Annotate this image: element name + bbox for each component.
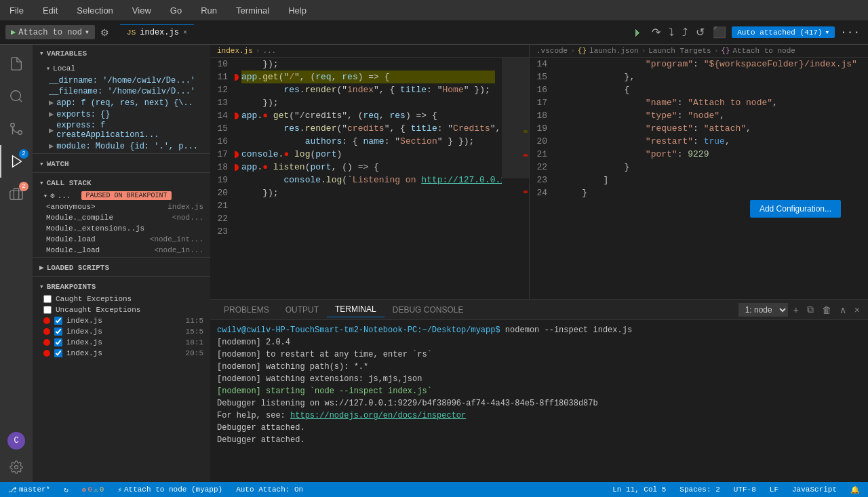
uncaught-exceptions-checkbox[interactable]: [43, 306, 52, 314]
step-out-button[interactable]: ⤴: [679, 24, 690, 41]
callstack-header[interactable]: ▾ CALL STACK: [33, 174, 210, 190]
tab-close-icon[interactable]: ×: [183, 29, 187, 37]
status-auto-attach[interactable]: Auto Attach: On: [233, 485, 306, 494]
bp-dot-3: [43, 350, 50, 357]
activity-search[interactable]: [0, 80, 33, 113]
avatar[interactable]: C: [7, 432, 25, 450]
stack-frame-1[interactable]: Module._compile <nod...: [33, 212, 210, 223]
right-code-content: "program": "${workspaceFolder}/index.js"…: [554, 58, 868, 299]
var-dirname[interactable]: __dirname: '/home/cwilv/De...': [33, 75, 210, 86]
code-line-10: });: [241, 58, 495, 71]
bp-chevron: ▾: [39, 282, 44, 291]
terminal-line-1: [nodemon] to restart at any time, enter …: [217, 349, 861, 361]
bp-line-2: 18:1: [186, 338, 203, 346]
step-into-button[interactable]: ⤵: [666, 24, 677, 41]
code-line-21: console.log(`Listening on http://127.0.0…: [241, 174, 495, 186]
bp-filename-3: index.js: [66, 349, 102, 357]
activity-files[interactable]: [0, 47, 33, 80]
gear-button[interactable]: ⚙: [98, 24, 112, 41]
status-eol[interactable]: LF: [767, 485, 781, 494]
more-actions[interactable]: ···: [837, 24, 863, 41]
loaded-scripts-header[interactable]: ▶ LOADED SCRIPTS: [33, 259, 210, 275]
terminal-close-btn[interactable]: ×: [852, 303, 863, 317]
activity-source-control[interactable]: [0, 113, 33, 145]
continue-button[interactable]: ⏵: [630, 24, 646, 41]
menu-view[interactable]: View: [128, 4, 155, 17]
callstack-chevron: ▾: [39, 178, 44, 187]
add-configuration-button[interactable]: Add Configuration...: [750, 200, 841, 218]
var-module[interactable]: ▶ module: Module {id: '.', p...: [33, 140, 210, 152]
menu-help[interactable]: Help: [284, 4, 311, 17]
status-spaces[interactable]: Spaces: 2: [677, 485, 722, 494]
tab-terminal[interactable]: TERMINAL: [327, 302, 384, 317]
tab-problems[interactable]: PROBLEMS: [216, 302, 277, 317]
terminal-add-btn[interactable]: +: [791, 303, 802, 317]
menu-edit[interactable]: Edit: [39, 4, 62, 17]
stop-button[interactable]: ⬛: [710, 23, 729, 41]
var-express[interactable]: ▶ express: f createApplicationi...: [33, 120, 210, 140]
bp-check-2[interactable]: [54, 338, 62, 346]
uncaught-exceptions-item[interactable]: Uncaught Exceptions: [33, 304, 210, 315]
bp-file-3[interactable]: index.js 20:5: [33, 348, 210, 359]
stack-frame-2[interactable]: Module._extensions..js: [33, 223, 210, 234]
status-position[interactable]: Ln 11, Col 5: [610, 485, 669, 494]
bp-check-3[interactable]: [54, 349, 62, 357]
caught-exceptions-item[interactable]: Caught Exceptions: [33, 294, 210, 304]
bp-filename-2: index.js: [66, 338, 102, 346]
attach-label: Attach to node (myapp): [124, 485, 222, 494]
bp-file-2[interactable]: index.js 18:1: [33, 337, 210, 348]
sidebar-scroll[interactable]: ▾ VARIABLES ▾ Local __dirname: '/home/cw…: [33, 45, 210, 482]
bp-check-0[interactable]: [54, 317, 62, 325]
terminal-trash-btn[interactable]: 🗑: [819, 303, 834, 317]
terminal-line-6: For help, see: https://nodejs.org/en/doc…: [217, 410, 861, 422]
caught-exceptions-checkbox[interactable]: [43, 295, 52, 303]
terminal-split-btn[interactable]: ⧉: [804, 302, 816, 317]
frame-name-1: Module._compile: [46, 214, 113, 222]
var-exports[interactable]: ▶ exports: {}: [33, 108, 210, 120]
restart-button[interactable]: ↺: [693, 23, 707, 41]
activity-extensions[interactable]: 2: [0, 178, 33, 210]
status-notifications[interactable]: 🔔: [848, 485, 863, 494]
local-header[interactable]: ▾ Local: [33, 60, 210, 75]
bp-file-1[interactable]: index.js 15:5: [33, 326, 210, 337]
status-errors[interactable]: ⊗ 0 ⚠ 0: [79, 485, 106, 494]
bp-check-1[interactable]: [54, 327, 62, 336]
tab-output[interactable]: OUTPUT: [277, 302, 327, 317]
status-language[interactable]: JavaScript: [789, 485, 840, 494]
auto-attach-badge[interactable]: Auto attached (417) ▾: [732, 26, 835, 38]
variables-header[interactable]: ▾ VARIABLES: [33, 45, 210, 60]
step-over-button[interactable]: ↷: [649, 23, 663, 41]
line-numbers: 10 11 12 13 14 15 16 17 18 19 20 21 22 2…: [210, 58, 235, 299]
activity-debug[interactable]: 2: [0, 145, 33, 178]
bp-file-0[interactable]: index.js 11:5: [33, 315, 210, 326]
stack-frame-4[interactable]: Module._load <node_in...: [33, 245, 210, 256]
stack-frame-3[interactable]: Module.load <node_int...: [33, 234, 210, 245]
bp-label: BREAKPOINTS: [47, 283, 96, 291]
terminal-up-btn[interactable]: ∧: [837, 303, 849, 317]
tab-index-js[interactable]: JS index.js ×: [120, 24, 194, 40]
terminal-line-0: [nodemon] 2.0.4: [217, 336, 861, 349]
status-branch[interactable]: ⎇ master*: [5, 485, 53, 494]
tab-js-icon: JS: [127, 28, 136, 37]
menu-run[interactable]: Run: [197, 4, 221, 17]
status-sync[interactable]: ↻: [61, 485, 71, 494]
callstack-thread[interactable]: ▾ ⚙ ... PAUSED ON BREAKPOINT: [33, 190, 210, 201]
menu-go[interactable]: Go: [166, 4, 186, 17]
status-attach[interactable]: ⚡ Attach to node (myapp): [115, 485, 225, 494]
stack-frame-0[interactable]: <anonymous> index.js: [33, 201, 210, 212]
watch-header[interactable]: ▾ WATCH: [33, 155, 210, 171]
status-encoding[interactable]: UTF-8: [731, 485, 759, 494]
menu-terminal[interactable]: Terminal: [232, 4, 273, 17]
breakpoints-header[interactable]: ▾ BREAKPOINTS: [33, 278, 210, 294]
frame-name-0: <anonymous>: [46, 203, 96, 211]
attach-launch-button[interactable]: ▶ Attach to nod ▾: [5, 25, 95, 39]
right-panel: .vscode › {} launch.json › Launch Target…: [529, 45, 868, 299]
menu-selection[interactable]: Selection: [73, 4, 117, 17]
tab-debug-console[interactable]: DEBUG CONSOLE: [384, 302, 472, 317]
terminal-select[interactable]: 1: node: [738, 303, 788, 317]
var-filename[interactable]: __filename: '/home/cwilv/D...': [33, 86, 210, 97]
var-app[interactable]: ▶ app: f (req, res, next) {\..: [33, 97, 210, 108]
menu-file[interactable]: File: [5, 4, 28, 17]
code-editor[interactable]: 10 11 12 13 14 15 16 17 18 19 20 21 22 2…: [210, 58, 529, 299]
activity-settings[interactable]: [0, 455, 33, 479]
